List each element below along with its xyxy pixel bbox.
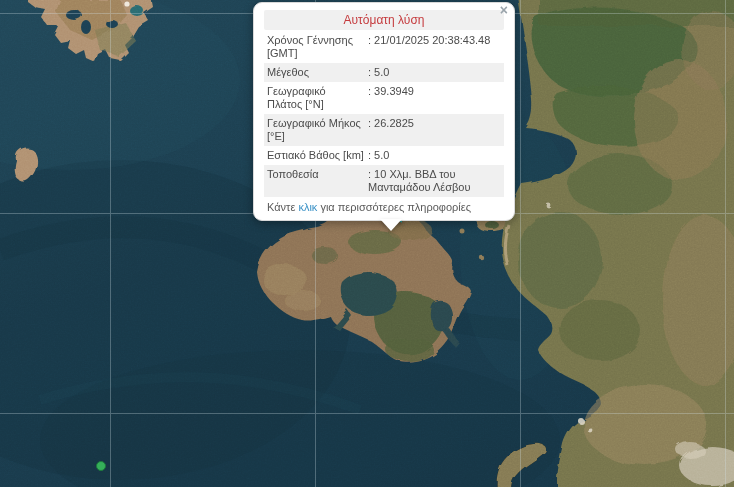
row-value: : 26.2825 <box>364 117 501 143</box>
row-value: : 5.0 <box>364 149 501 162</box>
row-value: : 5.0 <box>364 66 501 79</box>
footer-text-suffix: για περισσότερες πληροφορίες <box>317 201 471 213</box>
popup-title: Αυτόματη λύση <box>264 10 504 30</box>
row-origin-time: Χρόνος Γέννησης [GMT] : 21/01/2025 20:38… <box>264 31 504 63</box>
earthquake-info-popup: × Αυτόματη λύση Χρόνος Γέννησης [GMT] : … <box>253 2 515 221</box>
row-longitude: Γεωγραφικό Μήκος [°E] : 26.2825 <box>264 114 504 146</box>
row-depth: Εστιακό Βάθος [km] : 5.0 <box>264 146 504 165</box>
footer-text-prefix: Κάντε <box>267 201 298 213</box>
row-latitude: Γεωγραφικό Πλάτος [°N] : 39.3949 <box>264 82 504 114</box>
popup-footer: Κάντε κλικ για περισσότερες πληροφορίες <box>264 197 504 215</box>
more-info-link[interactable]: κλικ <box>298 201 317 213</box>
row-label: Γεωγραφικό Πλάτος [°N] <box>267 85 364 111</box>
row-label: Χρόνος Γέννησης [GMT] <box>267 34 364 60</box>
row-label: Τοποθεσία <box>267 168 364 194</box>
row-value: : 10 Χλμ. ΒΒΔ του Μανταμάδου Λέσβου <box>364 168 501 194</box>
row-value: : 21/01/2025 20:38:43.48 <box>364 34 501 60</box>
row-label: Μέγεθος <box>267 66 364 79</box>
row-location: Τοποθεσία : 10 Χλμ. ΒΒΔ του Μανταμάδου Λ… <box>264 165 504 197</box>
close-icon[interactable]: × <box>500 3 508 17</box>
minor-event-dot-marker[interactable] <box>97 462 106 471</box>
popup-table: Χρόνος Γέννησης [GMT] : 21/01/2025 20:38… <box>264 31 504 197</box>
row-label: Γεωγραφικό Μήκος [°E] <box>267 117 364 143</box>
row-magnitude: Μέγεθος : 5.0 <box>264 63 504 82</box>
row-label: Εστιακό Βάθος [km] <box>267 149 364 162</box>
row-value: : 39.3949 <box>364 85 501 111</box>
earthquake-map-screen: × Αυτόματη λύση Χρόνος Γέννησης [GMT] : … <box>0 0 734 487</box>
